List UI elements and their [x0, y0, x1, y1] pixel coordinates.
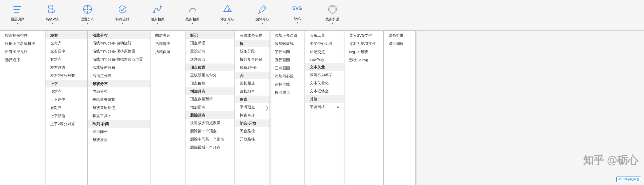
watermark-text: 知乎 @砺心: [583, 153, 638, 168]
menu-item-along-line-diff[interactable]: 沿线等差分布：: [88, 64, 150, 72]
menu-item-shape-combine[interactable]: 形状组合: [235, 87, 270, 96]
menu-svg: 导入SVG文件 导出为SVG文件 svg -> 形状 形状 -> svg: [344, 31, 384, 185]
menu-item-vectorize-text[interactable]: 文本矢量化: [305, 79, 344, 87]
menu-item-align-center-v[interactable]: 上下居中: [46, 96, 87, 104]
edit-shape-icon: [256, 2, 270, 16]
menu-item-split-char[interactable]: 段落拆为单字: [305, 71, 344, 79]
toolbar-group-edit-shape[interactable]: 编辑形状 ▼: [245, 1, 280, 30]
menu-item-along-line-vertex[interactable]: 沿线均匀分布-根据左顶点位置: [88, 55, 150, 64]
menu-item-stick-tb[interactable]: 上下贴边: [46, 112, 87, 120]
menu-item-svg-to-shape[interactable]: svg -> 形状: [344, 48, 383, 56]
menu-item-diameter-circle[interactable]: 直径画圆: [270, 56, 304, 64]
menu-item-get-line-length[interactable]: 获得线条长度: [235, 31, 270, 40]
menu-item-add-spiral[interactable]: 添加螺旋线: [270, 40, 304, 48]
menu-item-path-offset[interactable]: 路径偏移: [384, 40, 415, 48]
toolbar-group-position-distribute[interactable]: 位置分布 ▼: [70, 1, 105, 30]
menu-item-del-last-vertex[interactable]: 删除最后一个顶点: [186, 143, 235, 151]
menu-item-shape-tween[interactable]: 形状补间: [88, 136, 150, 144]
group-arrow-add-shape: ▼: [226, 22, 229, 25]
menu-item-align-top[interactable]: 顶对齐: [46, 87, 87, 96]
menu-item-line-segment[interactable]: 线条分段: [235, 47, 270, 55]
menu-item-divide-lr[interactable]: 左右2等分对齐: [46, 72, 87, 80]
menu-item-remove-overlap[interactable]: 去除重叠形状: [88, 96, 150, 104]
menu-item-along-line-auto[interactable]: 沿线均匀分布-自动旋转: [88, 39, 150, 47]
menu-item-align-right[interactable]: 右对齐: [46, 55, 87, 64]
menu-item-mark-intersect[interactable]: 标记交点: [305, 48, 344, 56]
group-label-special-select: 特殊选择: [116, 17, 130, 22]
vertex-icon: [150, 2, 164, 16]
menu-item-divide-tb[interactable]: 上下2等分对齐: [46, 120, 87, 128]
menu-item-region-keep[interactable]: 括域保留: [150, 48, 185, 56]
menu-item-open-path[interactable]: 开放路径: [235, 135, 270, 143]
menu-item-line-expand[interactable]: 线条扩展: [384, 31, 415, 40]
toolbar-group-svg[interactable]: SVG SVG ▼: [280, 1, 315, 30]
menu-item-divide-segment[interactable]: 直线段顶点匀分: [186, 71, 235, 79]
svg-line-21: [264, 6, 266, 8]
menu-item-reverse-all[interactable]: 所有图层反序: [0, 48, 45, 56]
toolbar-group-special-select[interactable]: 特殊选择 ▼: [105, 1, 140, 30]
menu-item-vertex-mark[interactable]: 顶点标记: [186, 39, 235, 47]
menu-item-sort-by-selection[interactable]: 按选择来排序: [0, 31, 45, 40]
menu-item-export-svg[interactable]: 导出为SVG文件: [344, 40, 383, 48]
group-label-svg: SVG: [294, 17, 301, 21]
group-arrow-special-select: ▼: [121, 22, 124, 25]
menu-item-align-bottom[interactable]: 底对齐: [46, 104, 87, 112]
toolbar-group-line-expand[interactable]: 线条扩展 ▼: [315, 1, 350, 30]
group-label-advanced-align: 高级对齐: [46, 17, 60, 22]
menu-item-close-path[interactable]: 闭合路径: [235, 127, 270, 135]
menu-item-halftone-grid[interactable]: 半调网格 ▶: [305, 103, 344, 111]
group-arrow-layer-order: ▼: [16, 22, 19, 25]
section-header-lr: 左右: [46, 31, 87, 39]
menu-item-align-left[interactable]: 左对齐: [46, 39, 87, 47]
menu-item-text-hollow[interactable]: 文本框镂空: [305, 87, 344, 95]
menu-item-split-compound[interactable]: 拆分复合路径: [235, 55, 270, 64]
menu-item-round-corner[interactable]: 圆角工具: [305, 31, 344, 40]
menu-item-gradient-center[interactable]: 渐变中心工具: [305, 40, 344, 48]
menu-item-radius-circle[interactable]: 半径画圆: [270, 48, 304, 56]
toolbar-group-line-related[interactable]: 线条相关 ▼: [175, 1, 210, 30]
menu-item-lowpoly[interactable]: LowPoly: [305, 56, 344, 63]
toolbar-group-advanced-align[interactable]: 高级对齐 ▼: [35, 1, 70, 30]
menu-item-layer-clip[interactable]: 图层夹选: [150, 31, 185, 40]
svg-text:1: 1: [13, 5, 14, 8]
menu-item-noise-tool[interactable]: 噪波工具：: [88, 112, 150, 120]
distribute-icon: [80, 2, 94, 16]
toolbar-group-layer-order[interactable]: 1 1 图层调序 ▼: [0, 1, 35, 30]
menu-item-split-2[interactable]: 线条2等分: [235, 64, 270, 72]
menu-item-reset-start[interactable]: 重设起点: [186, 47, 235, 55]
menu-item-import-svg[interactable]: 导入SVG文件: [344, 31, 383, 40]
menu-item-three-point-circle[interactable]: 三点画圆: [270, 64, 304, 72]
svg-rect-5: [48, 6, 52, 8]
menu-item-select-connect[interactable]: 选择连线: [270, 80, 304, 89]
halftone-label: 半调网格: [310, 104, 325, 110]
menu-item-internal-dist[interactable]: 内部分布: [88, 87, 150, 96]
menu-item-align-center-h[interactable]: 左右居中: [46, 47, 87, 55]
menu-item-reverse-vertex[interactable]: 逆序顶点: [186, 55, 235, 64]
menu-item-shape-link[interactable]: 形状相连: [235, 79, 270, 87]
menu-special-select: 图层夹选 括域选中 括域保留: [150, 31, 185, 185]
toolbar-group-add-shape[interactable]: 添加形状 ▼: [210, 1, 245, 30]
menu-item-reduce-vertex[interactable]: 快速减少顶点数量: [186, 119, 235, 127]
menu-item-sort-by-name[interactable]: 根据图层名称排序: [0, 40, 45, 48]
toolbar-group-vertex-related[interactable]: 顶点相关 ▼: [140, 1, 175, 30]
menu-item-shape-by-point[interactable]: 按点成形: [270, 89, 304, 97]
menu-item-shape-connect[interactable]: 形状首尾相连: [88, 104, 150, 112]
select-icon: [116, 2, 130, 16]
menu-item-add-polygon[interactable]: 添加正多边形: [270, 31, 304, 40]
menu-item-double-vertex[interactable]: 顶点数量翻倍: [186, 95, 235, 103]
menu-item-add-vertex[interactable]: 增加顶点: [186, 103, 235, 111]
menu-item-del-mid-vertex[interactable]: 删除中间某一个顶点: [186, 135, 235, 143]
menu-item-reverse-selection[interactable]: 选择逆序: [0, 56, 45, 64]
menu-item-del-first-vertex[interactable]: 删除第一个顶点: [186, 127, 235, 135]
menu-item-along-line-keep[interactable]: 沿线均匀分布-保持原角度: [88, 47, 150, 55]
menu-item-stick-lr[interactable]: 左右贴边: [46, 64, 87, 72]
menu-item-vertex-offset[interactable]: 顶点偏移: [186, 79, 235, 87]
group-arrow-position-distribute: ▼: [86, 22, 89, 25]
menu-item-stretch-arc[interactable]: 抻直弓形: [235, 111, 270, 119]
menu-item-circle-array[interactable]: 圆形阵列: [88, 128, 150, 136]
menu-item-along-vertex[interactable]: 沿顶点分布: [88, 72, 150, 80]
menu-item-shape-to-svg[interactable]: 形状 -> svg: [344, 56, 383, 64]
menu-item-region-select[interactable]: 括域选中: [150, 40, 185, 48]
menu-item-add-concentric[interactable]: 添加同心圆: [270, 72, 304, 80]
menu-item-smooth-vertex[interactable]: 平滑顶点: [235, 103, 270, 111]
